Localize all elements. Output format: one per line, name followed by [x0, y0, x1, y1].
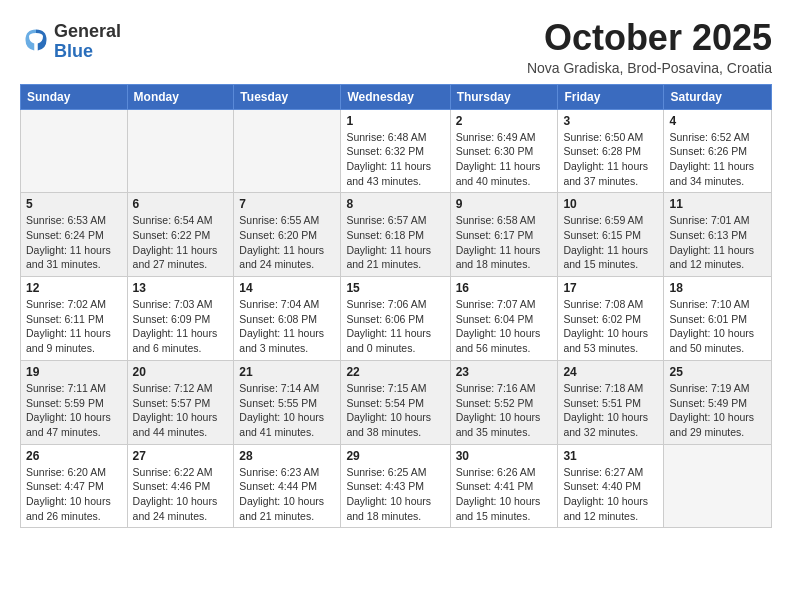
header: General Blue October 2025 Nova Gradiska,… [20, 18, 772, 76]
day-number: 5 [26, 197, 122, 211]
calendar-cell-w2-d6: 10Sunrise: 6:59 AM Sunset: 6:15 PM Dayli… [558, 193, 664, 277]
day-number: 18 [669, 281, 766, 295]
day-number: 22 [346, 365, 444, 379]
calendar-cell-w3-d4: 15Sunrise: 7:06 AM Sunset: 6:06 PM Dayli… [341, 277, 450, 361]
day-info: Sunrise: 7:14 AM Sunset: 5:55 PM Dayligh… [239, 381, 335, 440]
day-info: Sunrise: 6:49 AM Sunset: 6:30 PM Dayligh… [456, 130, 553, 189]
calendar-cell-w3-d6: 17Sunrise: 7:08 AM Sunset: 6:02 PM Dayli… [558, 277, 664, 361]
day-number: 6 [133, 197, 229, 211]
day-info: Sunrise: 7:15 AM Sunset: 5:54 PM Dayligh… [346, 381, 444, 440]
title-block: October 2025 Nova Gradiska, Brod-Posavin… [527, 18, 772, 76]
day-number: 3 [563, 114, 658, 128]
day-info: Sunrise: 7:12 AM Sunset: 5:57 PM Dayligh… [133, 381, 229, 440]
calendar-week-1: 1Sunrise: 6:48 AM Sunset: 6:32 PM Daylig… [21, 109, 772, 193]
day-info: Sunrise: 6:54 AM Sunset: 6:22 PM Dayligh… [133, 213, 229, 272]
col-saturday: Saturday [664, 84, 772, 109]
logo: General Blue [20, 22, 121, 62]
day-number: 8 [346, 197, 444, 211]
col-monday: Monday [127, 84, 234, 109]
calendar-cell-w2-d5: 9Sunrise: 6:58 AM Sunset: 6:17 PM Daylig… [450, 193, 558, 277]
calendar-cell-w5-d5: 30Sunrise: 6:26 AM Sunset: 4:41 PM Dayli… [450, 444, 558, 528]
day-number: 25 [669, 365, 766, 379]
day-info: Sunrise: 7:02 AM Sunset: 6:11 PM Dayligh… [26, 297, 122, 356]
day-number: 1 [346, 114, 444, 128]
day-info: Sunrise: 7:04 AM Sunset: 6:08 PM Dayligh… [239, 297, 335, 356]
logo-icon [22, 26, 50, 54]
day-info: Sunrise: 7:08 AM Sunset: 6:02 PM Dayligh… [563, 297, 658, 356]
calendar-cell-w3-d7: 18Sunrise: 7:10 AM Sunset: 6:01 PM Dayli… [664, 277, 772, 361]
calendar-cell-w4-d4: 22Sunrise: 7:15 AM Sunset: 5:54 PM Dayli… [341, 360, 450, 444]
calendar-cell-w4-d3: 21Sunrise: 7:14 AM Sunset: 5:55 PM Dayli… [234, 360, 341, 444]
calendar-cell-w5-d4: 29Sunrise: 6:25 AM Sunset: 4:43 PM Dayli… [341, 444, 450, 528]
day-info: Sunrise: 7:16 AM Sunset: 5:52 PM Dayligh… [456, 381, 553, 440]
day-number: 14 [239, 281, 335, 295]
calendar-cell-w5-d2: 27Sunrise: 6:22 AM Sunset: 4:46 PM Dayli… [127, 444, 234, 528]
day-info: Sunrise: 7:07 AM Sunset: 6:04 PM Dayligh… [456, 297, 553, 356]
calendar-cell-w2-d1: 5Sunrise: 6:53 AM Sunset: 6:24 PM Daylig… [21, 193, 128, 277]
day-info: Sunrise: 6:22 AM Sunset: 4:46 PM Dayligh… [133, 465, 229, 524]
calendar-cell-w2-d2: 6Sunrise: 6:54 AM Sunset: 6:22 PM Daylig… [127, 193, 234, 277]
col-wednesday: Wednesday [341, 84, 450, 109]
calendar-cell-w5-d7 [664, 444, 772, 528]
calendar-week-5: 26Sunrise: 6:20 AM Sunset: 4:47 PM Dayli… [21, 444, 772, 528]
calendar-header-row: Sunday Monday Tuesday Wednesday Thursday… [21, 84, 772, 109]
day-info: Sunrise: 6:25 AM Sunset: 4:43 PM Dayligh… [346, 465, 444, 524]
calendar-cell-w1-d7: 4Sunrise: 6:52 AM Sunset: 6:26 PM Daylig… [664, 109, 772, 193]
day-number: 24 [563, 365, 658, 379]
day-info: Sunrise: 6:26 AM Sunset: 4:41 PM Dayligh… [456, 465, 553, 524]
day-number: 23 [456, 365, 553, 379]
day-info: Sunrise: 7:06 AM Sunset: 6:06 PM Dayligh… [346, 297, 444, 356]
calendar-cell-w1-d6: 3Sunrise: 6:50 AM Sunset: 6:28 PM Daylig… [558, 109, 664, 193]
day-number: 19 [26, 365, 122, 379]
calendar-cell-w1-d3 [234, 109, 341, 193]
logo-general-text: General [54, 21, 121, 41]
day-info: Sunrise: 7:10 AM Sunset: 6:01 PM Dayligh… [669, 297, 766, 356]
day-number: 9 [456, 197, 553, 211]
day-number: 11 [669, 197, 766, 211]
day-info: Sunrise: 6:55 AM Sunset: 6:20 PM Dayligh… [239, 213, 335, 272]
calendar-table: Sunday Monday Tuesday Wednesday Thursday… [20, 84, 772, 529]
calendar-cell-w4-d6: 24Sunrise: 7:18 AM Sunset: 5:51 PM Dayli… [558, 360, 664, 444]
day-info: Sunrise: 6:48 AM Sunset: 6:32 PM Dayligh… [346, 130, 444, 189]
calendar-cell-w3-d5: 16Sunrise: 7:07 AM Sunset: 6:04 PM Dayli… [450, 277, 558, 361]
calendar-week-3: 12Sunrise: 7:02 AM Sunset: 6:11 PM Dayli… [21, 277, 772, 361]
day-number: 26 [26, 449, 122, 463]
day-number: 31 [563, 449, 658, 463]
day-number: 30 [456, 449, 553, 463]
day-info: Sunrise: 7:01 AM Sunset: 6:13 PM Dayligh… [669, 213, 766, 272]
day-info: Sunrise: 7:11 AM Sunset: 5:59 PM Dayligh… [26, 381, 122, 440]
calendar-cell-w1-d4: 1Sunrise: 6:48 AM Sunset: 6:32 PM Daylig… [341, 109, 450, 193]
location-subtitle: Nova Gradiska, Brod-Posavina, Croatia [527, 60, 772, 76]
day-number: 15 [346, 281, 444, 295]
day-info: Sunrise: 7:03 AM Sunset: 6:09 PM Dayligh… [133, 297, 229, 356]
day-number: 7 [239, 197, 335, 211]
day-number: 10 [563, 197, 658, 211]
day-number: 13 [133, 281, 229, 295]
day-info: Sunrise: 6:20 AM Sunset: 4:47 PM Dayligh… [26, 465, 122, 524]
day-number: 20 [133, 365, 229, 379]
day-info: Sunrise: 7:18 AM Sunset: 5:51 PM Dayligh… [563, 381, 658, 440]
day-number: 17 [563, 281, 658, 295]
calendar-cell-w1-d1 [21, 109, 128, 193]
day-info: Sunrise: 6:27 AM Sunset: 4:40 PM Dayligh… [563, 465, 658, 524]
calendar-cell-w1-d2 [127, 109, 234, 193]
calendar-cell-w3-d3: 14Sunrise: 7:04 AM Sunset: 6:08 PM Dayli… [234, 277, 341, 361]
day-number: 4 [669, 114, 766, 128]
day-number: 29 [346, 449, 444, 463]
calendar-cell-w3-d2: 13Sunrise: 7:03 AM Sunset: 6:09 PM Dayli… [127, 277, 234, 361]
col-thursday: Thursday [450, 84, 558, 109]
day-info: Sunrise: 6:23 AM Sunset: 4:44 PM Dayligh… [239, 465, 335, 524]
calendar-cell-w4-d7: 25Sunrise: 7:19 AM Sunset: 5:49 PM Dayli… [664, 360, 772, 444]
day-number: 16 [456, 281, 553, 295]
calendar-cell-w2-d4: 8Sunrise: 6:57 AM Sunset: 6:18 PM Daylig… [341, 193, 450, 277]
calendar-cell-w1-d5: 2Sunrise: 6:49 AM Sunset: 6:30 PM Daylig… [450, 109, 558, 193]
day-number: 27 [133, 449, 229, 463]
day-info: Sunrise: 7:19 AM Sunset: 5:49 PM Dayligh… [669, 381, 766, 440]
calendar-cell-w5-d3: 28Sunrise: 6:23 AM Sunset: 4:44 PM Dayli… [234, 444, 341, 528]
calendar-week-4: 19Sunrise: 7:11 AM Sunset: 5:59 PM Dayli… [21, 360, 772, 444]
calendar-cell-w2-d7: 11Sunrise: 7:01 AM Sunset: 6:13 PM Dayli… [664, 193, 772, 277]
day-info: Sunrise: 6:52 AM Sunset: 6:26 PM Dayligh… [669, 130, 766, 189]
day-number: 21 [239, 365, 335, 379]
calendar-cell-w5-d1: 26Sunrise: 6:20 AM Sunset: 4:47 PM Dayli… [21, 444, 128, 528]
col-sunday: Sunday [21, 84, 128, 109]
